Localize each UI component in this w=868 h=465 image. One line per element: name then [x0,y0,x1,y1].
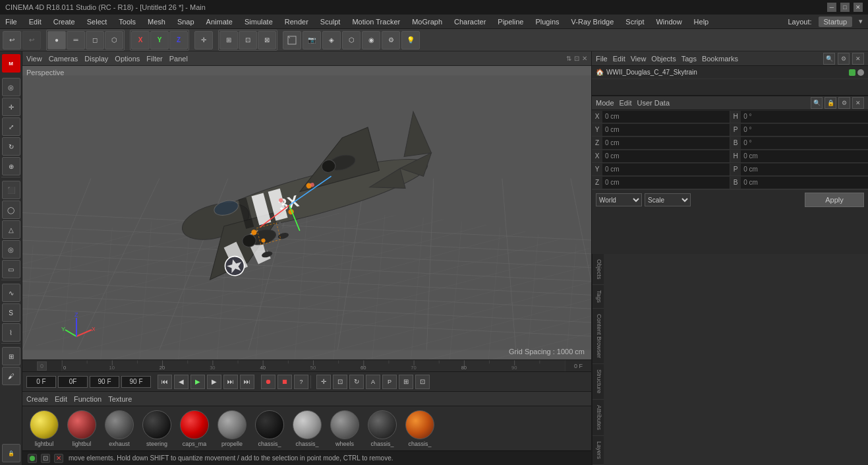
vp-view-menu[interactable]: View [26,55,42,63]
move-tool-button[interactable]: ✛ [2,98,20,116]
goto-end-button[interactable]: ⏭ [223,375,238,389]
timeline-ruler[interactable]: 0 0 10 20 [22,359,591,371]
light-button[interactable]: 💡 [401,31,420,49]
tab-layers[interactable]: Layers [593,436,604,465]
timeline-track[interactable]: 0 10 20 30 40 50 60 [62,360,565,371]
mode-object-button[interactable]: ⬡ [105,31,123,49]
scale-dropdown[interactable]: Scale Size [645,193,691,206]
attr-close-button[interactable]: ✕ [852,97,864,109]
mat-steering[interactable]: steering [139,410,175,447]
mat-propelle[interactable]: propelle [214,410,250,447]
camera-button[interactable]: 📷 [303,31,321,49]
vp-options-menu[interactable]: Options [115,55,140,63]
menu-simulate[interactable]: Simulate [242,16,275,27]
obj-vis-icon[interactable] [849,69,855,76]
viewport-canvas[interactable]: Perspective [22,66,591,359]
torus-button[interactable]: ◎ [2,240,20,259]
mode-points-button[interactable]: ● [47,31,66,49]
x-axis-button[interactable]: X [131,31,150,49]
mat-function-menu[interactable]: Function [74,395,101,403]
viewport-3d-scene[interactable]: 3X [22,66,591,359]
size-b2-input[interactable] [741,177,868,189]
size-x-input[interactable] [602,150,730,162]
start-frame-input[interactable] [58,376,88,388]
cube-button[interactable]: ⬛ [2,181,20,199]
mat-chassis2[interactable]: chassis_ [289,410,325,447]
tab-tags[interactable]: Tags [593,285,604,309]
obj-render-icon[interactable] [857,69,864,76]
pb-ik-button[interactable]: P [382,375,397,389]
tab-objects[interactable]: Objects [593,254,604,286]
pb-tool3[interactable]: ↻ [349,375,364,389]
tab-structure[interactable]: Structure [593,364,604,400]
menu-file[interactable]: File [3,16,20,27]
pos-z-input[interactable] [602,137,730,149]
menu-edit[interactable]: Edit [26,16,44,27]
transform-button[interactable]: ⊕ [2,157,20,175]
shading-button[interactable]: ⬡ [342,31,361,49]
attr-settings-button[interactable]: ⚙ [838,97,850,109]
play-button[interactable]: ▶ [190,375,205,389]
menu-plugins[interactable]: Plugins [533,16,562,27]
menu-help[interactable]: Help [691,16,712,27]
rot-h-input[interactable] [741,111,868,123]
vp-icon2[interactable]: ⊡ [574,55,579,62]
spline-button[interactable]: ∿ [2,284,20,302]
menu-snap[interactable]: Snap [175,16,197,27]
size-h2-input[interactable] [741,150,868,162]
status-icon1[interactable] [28,454,37,463]
vp-cameras-menu[interactable]: Cameras [49,55,78,63]
pos-x-input[interactable] [602,111,730,123]
lock-button[interactable]: 🔒 [2,444,20,462]
attr-userdata-menu[interactable]: User Data [637,99,670,107]
close-button[interactable]: ✕ [854,3,863,12]
minimize-button[interactable]: ─ [827,3,836,12]
status-icon2[interactable]: ⊡ [41,454,50,463]
vp-icon1[interactable]: ⇅ [566,55,571,62]
obj-view-menu[interactable]: View [631,55,647,63]
mode-polys-button[interactable]: ◻ [86,31,104,49]
mat-exhaust[interactable]: exhaust [101,410,137,447]
obj-tags-menu[interactable]: Tags [681,55,697,63]
rot-b-input[interactable] [741,137,868,149]
y-axis-button[interactable]: Y [150,31,169,49]
pb-auto-button[interactable]: A [366,375,380,389]
mat-chassis1[interactable]: chassis_ [252,410,287,447]
size-p2-input[interactable] [741,164,868,175]
next-frame-button[interactable]: ▶ [207,375,221,389]
live-select-button[interactable]: ◎ [2,78,20,96]
goto-last-button[interactable]: ⏭ [240,375,254,389]
record-button[interactable]: ⏺ [261,375,275,389]
goto-start-button[interactable]: ⏮ [158,375,172,389]
attr-lock-button[interactable]: 🔒 [825,97,836,109]
end-frame-input[interactable] [90,376,119,388]
attr-edit-menu[interactable]: Edit [620,99,632,107]
mat-lightbulb2[interactable]: lightbul [64,410,100,447]
scale-tool-button[interactable]: ⤢ [2,117,20,136]
obj-objects-menu[interactable]: Objects [651,55,676,63]
redo-button[interactable]: ↩ [22,31,41,49]
current-frame-input[interactable] [26,376,56,388]
pb-tool2[interactable]: ⊡ [333,375,347,389]
cone-button[interactable]: △ [2,220,20,239]
record-stop-button[interactable]: ⏹ [277,375,292,389]
pb-view-button[interactable]: ⊡ [415,375,430,389]
tab-content-browser[interactable]: Content Browser [593,309,604,364]
vp-panel-menu[interactable]: Panel [169,55,188,63]
z-axis-button[interactable]: Z [169,31,188,49]
status-icon3[interactable]: ✕ [54,454,63,463]
obj-edit-menu[interactable]: Edit [613,55,625,63]
vp-icon3[interactable]: ✕ [582,55,587,62]
mat-caps[interactable]: caps_ma [177,410,212,447]
menu-window[interactable]: Window [653,16,684,27]
prev-frame-button[interactable]: ◀ [174,375,188,389]
maximize-button[interactable]: □ [840,3,850,12]
menu-pipeline[interactable]: Pipeline [495,16,526,27]
attr-mode-menu[interactable]: Mode [596,99,614,107]
menu-vray[interactable]: V-Ray Bridge [569,16,617,27]
size-y-input[interactable] [602,164,730,175]
filter-button[interactable]: ⚙ [382,31,400,49]
obj-close-button[interactable]: ✕ [852,53,864,65]
menu-sculpt[interactable]: Sculpt [318,16,343,27]
menu-character[interactable]: Character [451,16,488,27]
